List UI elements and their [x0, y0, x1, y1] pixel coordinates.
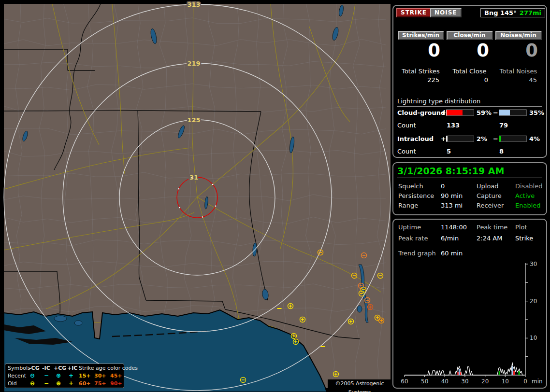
- age-15: 15+: [79, 373, 91, 379]
- old-ic-minus-icon: −: [44, 380, 49, 387]
- receiver-status: Enabled: [515, 202, 541, 209]
- ring-label-31: 31: [189, 174, 198, 181]
- upload-status: Disabled: [515, 182, 542, 190]
- age-75: 75+: [94, 380, 106, 387]
- close-per-min-button[interactable]: Close/min: [447, 31, 493, 40]
- trend-marker-bar: [513, 371, 515, 375]
- lightning-map[interactable]: 31321912531 Symbols -CG -IC +CG +IC Stri…: [0, 0, 391, 392]
- recent-cg-plus-icon: ⊕: [56, 373, 61, 379]
- age-90: 90+: [110, 380, 122, 387]
- legend-row-old: Old: [8, 380, 17, 387]
- trend-panel: Uptime 1148:00 Peak time Plot Peak rate …: [392, 219, 547, 389]
- noises-per-min-value: 0: [525, 42, 538, 60]
- range-value: 313 mi: [441, 202, 463, 209]
- total-close-label: Total Close: [445, 68, 494, 75]
- legend-col--cg: -CG: [29, 365, 40, 371]
- trend-graph-label: Trend graph: [398, 250, 436, 257]
- legend-row-recent: Recent: [8, 373, 26, 379]
- age-30: 30+: [94, 373, 106, 379]
- trend-x-unit: min: [532, 378, 543, 385]
- count-label: Count: [397, 122, 416, 129]
- status-panel: 3/1/2026 8:15:19 AM Squelch 0 Upload Dis…: [392, 162, 547, 215]
- trend-x-tick: 20: [481, 378, 489, 385]
- distribution-title: Lightning type distribution: [397, 98, 542, 107]
- old-cg-plus-icon: ⊕: [56, 380, 61, 387]
- ring-label-219: 219: [187, 60, 200, 67]
- trend-graph-value: 60 min: [441, 250, 463, 257]
- trend-marker-bar: [459, 369, 460, 375]
- total-noises-label: Total Noises: [494, 68, 543, 75]
- total-strikes-value: 225: [427, 76, 439, 84]
- cg-negative-pct: 35%: [529, 109, 544, 116]
- trend-x-tick: 60: [401, 378, 408, 385]
- strike-stats-panel: STRIKE NOISE Bng 145° 277mi Strikes/min …: [392, 5, 547, 158]
- age-60: 60+: [79, 380, 91, 387]
- noise-mode-button[interactable]: NOISE: [430, 8, 462, 17]
- close-per-min-value: 0: [477, 42, 489, 60]
- upload-label: Upload: [477, 182, 499, 190]
- trend-y-tick: 30: [530, 261, 537, 267]
- trend-marker-bar: [499, 371, 500, 375]
- peak-rate-label: Peak rate: [398, 235, 428, 242]
- total-close-value: 0: [484, 76, 488, 84]
- capture-status: Active: [515, 192, 535, 199]
- status-row: Squelch 0 Upload Disabled: [393, 182, 546, 191]
- age-45: 45+: [110, 373, 122, 379]
- ic-negative-count: 8: [499, 148, 504, 155]
- recent-cg-minus-icon: ⊖: [30, 373, 35, 379]
- capture-label: Capture: [477, 192, 502, 199]
- cg-positive-count: 133: [447, 122, 460, 129]
- trend-marker-bar: [519, 371, 520, 375]
- noises-column: Noises/min 0 Total Noises 45: [494, 31, 543, 89]
- strike-mode-button[interactable]: STRIKE: [396, 8, 431, 17]
- receiver-label: Receiver: [477, 202, 504, 209]
- legend-col-+cg: +CG: [54, 365, 66, 371]
- minus-sign: −: [493, 109, 498, 116]
- trend-line-strikes-per-min: [405, 363, 524, 375]
- old-ic-plus-icon: +: [69, 380, 73, 387]
- total-strikes-label: Total Strikes: [396, 68, 445, 75]
- strikes-per-min-value: 0: [428, 42, 440, 60]
- uptime-value: 1148:00: [441, 224, 467, 231]
- recent-ic-minus-icon: −: [44, 373, 49, 379]
- old-cg-minus-icon: ⊖: [30, 380, 35, 387]
- trend-x-tick: 40: [441, 378, 449, 385]
- uptime-label: Uptime: [398, 224, 421, 231]
- persistence-label: Persistence: [398, 192, 434, 199]
- trend-y-tick: 10: [530, 335, 537, 341]
- ic-positive-pct: 2%: [477, 135, 487, 142]
- intracloud-row: Intracloud + 2% − 4%: [393, 135, 546, 143]
- squelch-value: 0: [441, 182, 445, 190]
- peak-rate-value: 6/min: [441, 235, 459, 242]
- cg-negative-bar: [499, 110, 527, 116]
- legend-symbols-label: Symbols: [8, 365, 30, 371]
- cg-negative-count: 79: [499, 122, 508, 129]
- plot-label: Plot: [515, 224, 527, 231]
- trend-x-tick: 30: [461, 378, 468, 385]
- trend-y-tick: 20: [530, 298, 537, 305]
- ic-negative-bar: [499, 136, 527, 142]
- plus-sign: +: [441, 135, 446, 142]
- app-window: 31321912531 Symbols -CG -IC +CG +IC Stri…: [0, 0, 550, 392]
- legend-age-title: Strike age color codes: [79, 365, 138, 371]
- cloud-ground-count-row: Count 133 79: [393, 122, 546, 129]
- rate-columns: Strikes/min 0 Total Strikes 225 Close/mi…: [396, 31, 543, 89]
- strikes-per-min-button[interactable]: Strikes/min: [398, 31, 444, 40]
- cg-positive-bar: [446, 110, 474, 116]
- status-row: Range 313 mi Receiver Enabled: [393, 202, 546, 210]
- trend-x-tick: 10: [502, 378, 509, 385]
- close-column: Close/min 0 Total Close 0: [445, 31, 494, 89]
- bearing-label: Bng 145°: [484, 9, 517, 16]
- persistence-value: 90 min: [441, 192, 463, 199]
- ring-label-313: 313: [187, 1, 200, 8]
- ic-positive-count: 5: [447, 148, 451, 155]
- cloud-ground-label: Cloud-ground: [397, 109, 445, 116]
- minus-sign: −: [493, 135, 498, 142]
- noises-per-min-button[interactable]: Noises/min: [495, 31, 542, 40]
- map-canvas[interactable]: 31321912531: [0, 0, 391, 392]
- plot-value: Strike: [515, 235, 533, 242]
- squelch-label: Squelch: [398, 182, 423, 190]
- copyright-label: ©2005 Astrogenic Systems: [328, 379, 391, 388]
- count-label: Count: [397, 148, 416, 155]
- datetime-display: 3/1/2026 8:15:19 AM: [397, 166, 542, 178]
